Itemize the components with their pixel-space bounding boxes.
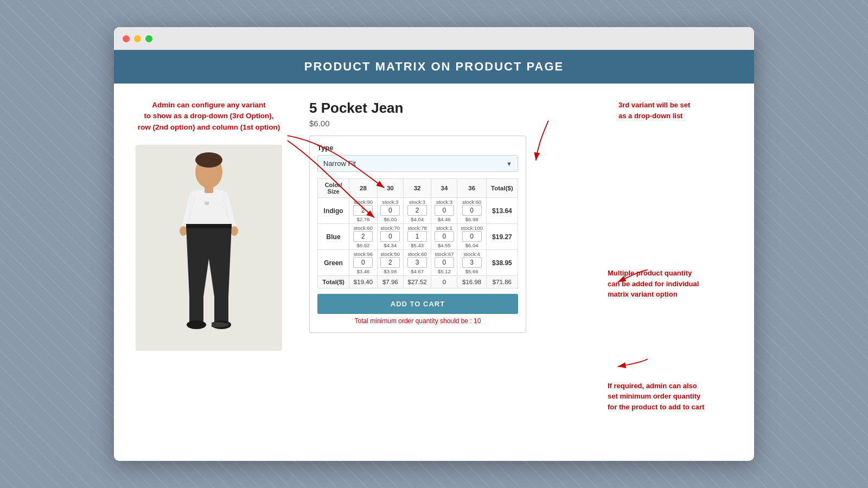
svg-point-4 — [180, 226, 187, 236]
qty-input-0-0[interactable]: 2 — [353, 205, 373, 216]
qty-input-2-2[interactable]: 3 — [407, 257, 427, 268]
close-dot[interactable] — [123, 35, 130, 42]
maximize-dot[interactable] — [145, 35, 152, 42]
qty-input-1-4[interactable]: 0 — [462, 231, 482, 242]
cell-green-2: stock:60 3 $4.67 — [403, 250, 431, 276]
qty-input-1-1[interactable]: 0 — [380, 231, 400, 242]
svg-point-1 — [195, 152, 222, 168]
cell-blue-0: stock:60 2 $6.92 — [349, 224, 378, 250]
totals-cell-1: $7.96 — [377, 276, 403, 288]
add-to-cart-button[interactable]: ADD TO CART — [317, 294, 518, 314]
row-total-green: $38.95 — [486, 250, 518, 276]
annotation-top-right: 3rd variant will be setas a drop-down li… — [618, 100, 732, 121]
totals-cell-3: 0 — [431, 276, 457, 288]
qty-input-0-4[interactable]: 0 — [462, 205, 482, 216]
col-header-32: 32 — [403, 179, 431, 198]
qty-input-1-0[interactable]: 2 — [353, 231, 373, 242]
annotation-mid-right: Multiple product quantitycan be added fo… — [608, 268, 732, 300]
product-name: 5 Pocket Jean — [309, 100, 403, 117]
page-header: PRODUCT MATRIX ON PRODUCT PAGE — [114, 50, 754, 84]
qty-input-2-4[interactable]: 3 — [462, 257, 482, 268]
type-dropdown-value: Narrow Fit — [323, 159, 356, 168]
matrix-table: Color/Size 28 30 32 34 36 Total($) Indig… — [317, 178, 518, 288]
product-price: $6.00 — [309, 119, 403, 128]
svg-rect-7 — [189, 296, 203, 323]
col-header-color-size: Color/Size — [318, 179, 349, 198]
svg-rect-2 — [205, 185, 213, 193]
qty-input-0-2[interactable]: 2 — [407, 205, 427, 216]
totals-cell-2: $27.52 — [403, 276, 431, 288]
qty-input-2-1[interactable]: 2 — [380, 257, 400, 268]
cell-green-4: stock:4 3 $5.66 — [457, 250, 486, 276]
qty-input-1-2[interactable]: 1 — [407, 231, 427, 242]
min-order-note: Total minimum order quantity should be :… — [317, 317, 518, 325]
qty-input-0-3[interactable]: 0 — [435, 205, 454, 216]
svg-point-5 — [231, 226, 238, 236]
qty-input-1-3[interactable]: 0 — [435, 231, 454, 242]
cell-blue-4: stock:100 0 $6.04 — [457, 224, 486, 250]
page-content: Admin can configure any variantto show a… — [114, 84, 754, 461]
cell-blue-1: stock:70 0 $4.34 — [377, 224, 403, 250]
right-section: 5 Pocket Jean $6.00 3rd variant will be … — [309, 100, 732, 445]
cell-indigo-4: stock:60 0 $6.98 — [457, 198, 486, 224]
type-label: Type — [317, 144, 518, 152]
totals-cell-4: $16.98 — [457, 276, 486, 288]
totals-row-label: Total($) — [318, 276, 349, 288]
type-dropdown[interactable]: Narrow Fit ▼ — [317, 155, 518, 172]
svg-rect-3 — [205, 202, 209, 205]
cell-indigo-1: stock:3 0 $6.00 — [377, 198, 403, 224]
svg-rect-8 — [214, 296, 228, 323]
col-header-28: 28 — [349, 179, 378, 198]
totals-cell-5: $71.86 — [486, 276, 518, 288]
minimize-dot[interactable] — [134, 35, 141, 42]
col-header-30: 30 — [377, 179, 403, 198]
person-svg — [171, 150, 247, 345]
annotation-top-left: Admin can configure any variantto show a… — [136, 100, 282, 133]
annotation-bottom-right: If required, admin can alsoset minimum o… — [608, 381, 732, 413]
row-label-indigo: Indigo — [318, 198, 349, 224]
row-total-indigo: $13.64 — [486, 198, 518, 224]
svg-rect-6 — [186, 224, 232, 228]
col-header-36: 36 — [457, 179, 486, 198]
col-header-total: Total($) — [486, 179, 518, 198]
cell-green-0: stock:96 0 $3.46 — [349, 250, 378, 276]
row-label-green: Green — [318, 250, 349, 276]
col-header-34: 34 — [431, 179, 457, 198]
totals-cell-0: $19.40 — [349, 276, 378, 288]
qty-input-0-1[interactable]: 0 — [380, 205, 400, 216]
cell-indigo-2: stock:3 2 $4.04 — [403, 198, 431, 224]
qty-input-2-0[interactable]: 0 — [353, 257, 373, 268]
chevron-down-icon: ▼ — [506, 160, 512, 167]
row-label-blue: Blue — [318, 224, 349, 250]
left-section: Admin can configure any variantto show a… — [136, 100, 293, 445]
cell-green-1: stock:50 2 $3.98 — [377, 250, 403, 276]
matrix-box: Type Narrow Fit ▼ Color/Size 28 30 32 34 — [309, 136, 526, 333]
cell-green-3: stock:67 0 $5.12 — [431, 250, 457, 276]
cell-blue-2: stock:78 1 $5.43 — [403, 224, 431, 250]
cell-blue-3: stock:1 0 $4.55 — [431, 224, 457, 250]
browser-window: PRODUCT MATRIX ON PRODUCT PAGE Admin can… — [114, 27, 754, 461]
cell-indigo-3: stock:3 0 $4.46 — [431, 198, 457, 224]
cell-indigo-0: stock:90 2 $2.78 — [349, 198, 378, 224]
titlebar — [114, 27, 754, 50]
svg-point-9 — [187, 320, 206, 329]
qty-input-2-3[interactable]: 0 — [435, 257, 454, 268]
row-total-blue: $19.27 — [486, 224, 518, 250]
page-title: PRODUCT MATRIX ON PRODUCT PAGE — [304, 60, 564, 73]
product-image — [136, 145, 282, 351]
